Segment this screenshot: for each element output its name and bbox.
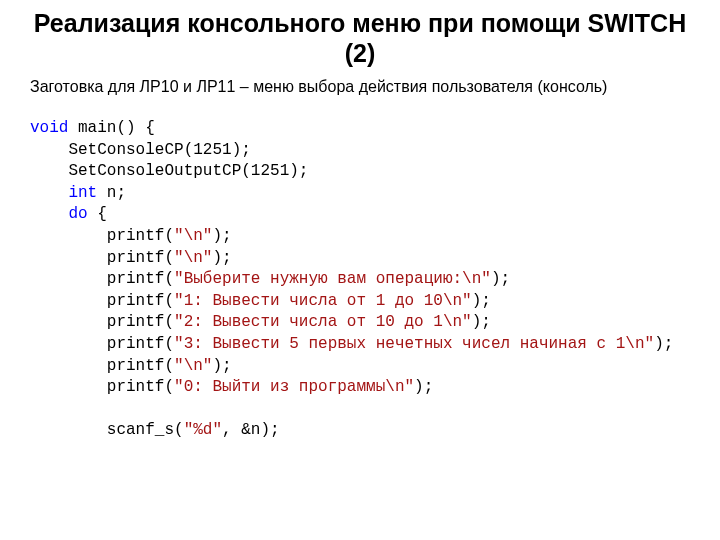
q: " <box>174 313 184 331</box>
q: " <box>203 227 213 245</box>
main-sig: main() { <box>68 119 154 137</box>
printf: printf( <box>107 335 174 353</box>
slide-subtitle: Заготовка для ЛР10 и ЛР11 – меню выбора … <box>30 78 690 96</box>
nl: \n <box>184 227 203 245</box>
q: " <box>203 357 213 375</box>
indent <box>30 421 107 439</box>
close: ); <box>212 249 231 267</box>
fmt-d: %d <box>193 421 212 439</box>
str-prompt: Выберите нужную вам операцию: <box>184 270 462 288</box>
scanf: scanf_s( <box>107 421 184 439</box>
nl: \n <box>385 378 404 396</box>
q: " <box>404 378 414 396</box>
indent <box>30 184 68 202</box>
q: " <box>184 421 194 439</box>
close: ); <box>212 357 231 375</box>
decl-n: n; <box>97 184 126 202</box>
q: " <box>174 249 184 267</box>
nl: \n <box>184 249 203 267</box>
q: " <box>174 270 184 288</box>
q: " <box>462 313 472 331</box>
line-setoutcp: SetConsoleOutputCP(1251); <box>30 162 308 180</box>
nl: \n <box>443 292 462 310</box>
scanf-tail: , &n); <box>222 421 280 439</box>
slide-title: Реализация консольного меню при помощи S… <box>30 8 690 68</box>
indent <box>30 205 68 223</box>
kw-void: void <box>30 119 68 137</box>
brace-open: { <box>88 205 107 223</box>
indent <box>30 270 107 288</box>
indent <box>30 313 107 331</box>
line-setcp: SetConsoleCP(1251); <box>30 141 251 159</box>
q: " <box>174 378 184 396</box>
nl: \n <box>443 313 462 331</box>
close: ); <box>491 270 510 288</box>
q: " <box>174 227 184 245</box>
q: " <box>174 292 184 310</box>
close: ); <box>472 292 491 310</box>
indent <box>30 357 107 375</box>
printf: printf( <box>107 378 174 396</box>
printf: printf( <box>107 227 174 245</box>
str-opt1: 1: Вывести числа от 1 до 10 <box>184 292 443 310</box>
q: " <box>174 357 184 375</box>
q: " <box>174 335 184 353</box>
q: " <box>203 249 213 267</box>
q: " <box>481 270 491 288</box>
printf: printf( <box>107 357 174 375</box>
printf: printf( <box>107 270 174 288</box>
str-opt3: 3: Вывести 5 первых нечетных чисел начин… <box>184 335 626 353</box>
nl: \n <box>184 357 203 375</box>
printf: printf( <box>107 249 174 267</box>
nl: \n <box>625 335 644 353</box>
str-opt0: 0: Выйти из программы <box>184 378 386 396</box>
str-opt2: 2: Вывести числа от 10 до 1 <box>184 313 443 331</box>
printf: printf( <box>107 292 174 310</box>
close: ); <box>414 378 433 396</box>
q: " <box>645 335 655 353</box>
q: " <box>212 421 222 439</box>
indent <box>30 335 107 353</box>
indent <box>30 249 107 267</box>
q: " <box>462 292 472 310</box>
close: ); <box>654 335 673 353</box>
indent <box>30 227 107 245</box>
printf: printf( <box>107 313 174 331</box>
indent <box>30 378 107 396</box>
close: ); <box>472 313 491 331</box>
indent <box>30 292 107 310</box>
kw-do: do <box>68 205 87 223</box>
close: ); <box>212 227 231 245</box>
nl: \n <box>462 270 481 288</box>
kw-int: int <box>68 184 97 202</box>
code-block: void main() { SetConsoleCP(1251); SetCon… <box>30 118 690 442</box>
